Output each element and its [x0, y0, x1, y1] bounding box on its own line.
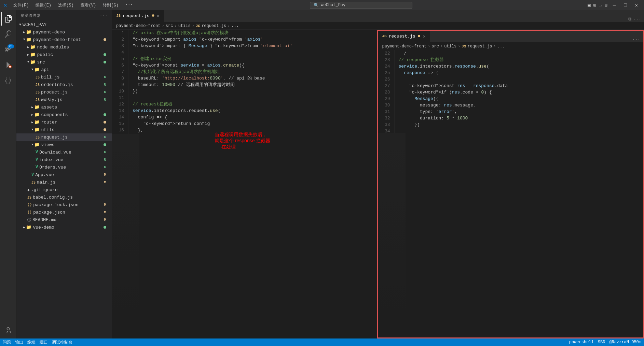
sidebar-item-product_js[interactable]: JSproduct.jsU	[16, 88, 112, 96]
account-icon[interactable]	[1, 323, 15, 337]
sidebar-item-Orders_vue[interactable]: VOrders.vueU	[16, 163, 112, 171]
right-more-actions-icon[interactable]: ···	[632, 37, 640, 42]
menu-goto[interactable]: 转到(G)	[101, 2, 121, 9]
sidebar-item-package_json[interactable]: {}package.jsonM	[16, 208, 112, 216]
right-code-editor[interactable]: 2223242526272829303132333435363738394041…	[378, 50, 643, 133]
line-number: 31	[381, 109, 390, 115]
menu-more[interactable]: ···	[123, 2, 135, 9]
sidebar-item-README_md[interactable]: ⓘREADME.mdM	[16, 216, 112, 224]
sidebar-item-public[interactable]: ▶📁public	[16, 51, 112, 58]
right-code-content[interactable]: /// response 拦截器service.interceptors.res…	[395, 50, 643, 133]
split-icon[interactable]: ⊞	[593, 2, 596, 8]
menu-edit[interactable]: 编辑(E)	[33, 2, 53, 9]
code-line: timeout: 10000 // 远程调用的请求超时时间	[133, 82, 377, 88]
split-editor-icon[interactable]: ⧉	[628, 17, 631, 22]
menu-select[interactable]: 选择(S)	[56, 2, 76, 9]
tree-item-label: WCHAT_PAY	[23, 22, 109, 27]
sidebar-item-api[interactable]: ▼📁api	[16, 66, 112, 73]
tab-close-button[interactable]: ✕	[157, 13, 160, 19]
status-ports[interactable]: 端口	[40, 340, 48, 345]
minimize-button[interactable]: —	[610, 2, 618, 9]
sidebar-item-wxPay_js[interactable]: JSwxPay.jsU	[16, 96, 112, 103]
source-control-icon[interactable]: 28	[1, 43, 15, 56]
code-line: message: res.message,	[399, 102, 643, 109]
sidebar-item-payment_demo[interactable]: ▶📁payment-demo	[16, 28, 112, 36]
extensions-icon[interactable]	[1, 73, 15, 87]
bc-src[interactable]: src	[166, 24, 173, 28]
left-code-editor[interactable]: 1234567891011121314151617181920212223242…	[112, 30, 377, 134]
sidebar-item-node_modules[interactable]: ▶📁node_modules	[16, 43, 112, 51]
close-button[interactable]: ✕	[632, 2, 641, 9]
maximize-button[interactable]: □	[621, 2, 629, 9]
search-activity-icon[interactable]	[1, 27, 15, 41]
tree-item-label: router	[41, 120, 104, 125]
sidebar-item-bill_js[interactable]: JSbill.jsU	[16, 73, 112, 81]
sidebar-item-utils[interactable]: ▼📁utils	[16, 126, 112, 133]
sidebar-item-src[interactable]: ▼📁src	[16, 58, 112, 66]
tree-item-label: views	[41, 142, 104, 147]
bc-payment-demo-front[interactable]: payment-demo-front	[116, 24, 161, 28]
tree-item-label: .gitignore	[31, 187, 109, 192]
tree-item-label: components	[41, 112, 104, 117]
code-line: error => {	[133, 133, 377, 134]
line-number: 5	[115, 56, 124, 62]
menu-view[interactable]: 查看(V)	[79, 2, 98, 9]
sidebar-item-package_lock_json[interactable]: {}package-lock.jsonM	[16, 201, 112, 208]
rbc-src[interactable]: src	[431, 44, 439, 49]
editor-area: JS request.js ● ✕ ⧉ ··· payment-demo-fro…	[112, 10, 644, 338]
titlebar-menu[interactable]: 文件(F) 编辑(E) 选择(S) 查看(V) 转到(G) ···	[11, 2, 135, 9]
sidebar-more-button[interactable]: ···	[100, 14, 108, 18]
sidebar-item-index_vue[interactable]: Vindex.vueU	[16, 156, 112, 163]
left-minimap	[112, 134, 139, 338]
more-actions-icon[interactable]: ···	[633, 17, 641, 22]
rbc-payment-demo-front[interactable]: payment-demo-front	[382, 44, 427, 49]
sidebar-item-views[interactable]: ▼📁views	[16, 141, 112, 148]
sidebar-item-payment_demo_front[interactable]: ▼📁payment-demo-front	[16, 36, 112, 43]
sidebar-header: 资源管理器 ···	[16, 10, 112, 21]
explorer-icon[interactable]	[1, 12, 15, 26]
tree-item-label: Download.vue	[39, 150, 104, 155]
status-debug[interactable]: 调试控制台	[52, 340, 72, 345]
code-line: /	[399, 50, 643, 57]
sidebar-item-Download_vue[interactable]: VDownload.vueU	[16, 148, 112, 156]
sidebar-item-main_js[interactable]: JSmain.jsM	[16, 178, 112, 186]
panel-icon[interactable]: ▭	[599, 2, 602, 8]
run-icon[interactable]	[1, 58, 15, 72]
sidebar-item-_gitignore[interactable]: ◆.gitignore	[16, 186, 112, 193]
titlebar-right: ▣ ⊞ ▭ ⊟ — □ ✕	[588, 2, 641, 9]
code-line: //初始化了所有远程ajax请求的主机地址	[133, 69, 377, 75]
sidebar-item-App_vue[interactable]: VApp.vueM	[16, 171, 112, 178]
left-code-content[interactable]: // axios 在vue中专门做发送ajax请求的模块"c-keyword">…	[128, 30, 377, 134]
tab-right-request-js[interactable]: JS request.js ● ✕	[378, 30, 430, 42]
bc-request-js[interactable]: request.js	[202, 24, 226, 28]
tab-right-close-button[interactable]: ✕	[423, 33, 425, 39]
status-shell[interactable]: powershell	[569, 340, 594, 345]
tab-actions[interactable]: ⧉ ···	[626, 17, 644, 22]
tab-left-request-js[interactable]: JS request.js ● ✕	[112, 10, 164, 22]
badge-m: M	[104, 203, 106, 207]
status-problems[interactable]: 问题	[3, 340, 11, 345]
sidebar-item-components[interactable]: ▶📁components	[16, 111, 112, 118]
sidebar-item-router[interactable]: ▶📁router	[16, 118, 112, 126]
sidebar-item-babel_config_js[interactable]: JSbabel.config.js	[16, 193, 112, 201]
rbc-utils[interactable]: utils	[444, 44, 456, 49]
sidebar-item-request_js[interactable]: JSrequest.jsU	[16, 133, 112, 141]
sidebar-tree: ▼WCHAT_PAY▶📁payment-demo▼📁payment-demo-f…	[16, 21, 112, 231]
menu-file[interactable]: 文件(F)	[11, 2, 31, 9]
status-terminal[interactable]: 终端	[27, 340, 36, 345]
sidebar-item-WCHAT_PAY[interactable]: ▼WCHAT_PAY	[16, 21, 112, 28]
search-bar[interactable]: 🔍 weChat_Pay	[310, 2, 412, 9]
tab-left-label: request.js	[123, 13, 149, 18]
customize-icon[interactable]: ⊟	[604, 2, 607, 8]
right-tab-actions[interactable]: ···	[630, 37, 643, 42]
sidebar-item-vue_demo[interactable]: ▶📁vue-demo	[16, 224, 112, 231]
sidebar-item-assets[interactable]: ▶📁assets	[16, 103, 112, 111]
rbc-request-js[interactable]: request.js	[468, 44, 492, 49]
tab-modified-dot: ●	[151, 13, 155, 19]
status-output[interactable]: 输出	[15, 340, 23, 345]
sidebar-item-orderInfo_js[interactable]: JSorderInfo.jsU	[16, 81, 112, 88]
tree-item-label: App.vue	[35, 172, 104, 177]
bc-utils[interactable]: utils	[178, 24, 191, 28]
layouts-icon[interactable]: ▣	[588, 2, 590, 8]
tree-item-label: babel.config.js	[33, 195, 109, 200]
